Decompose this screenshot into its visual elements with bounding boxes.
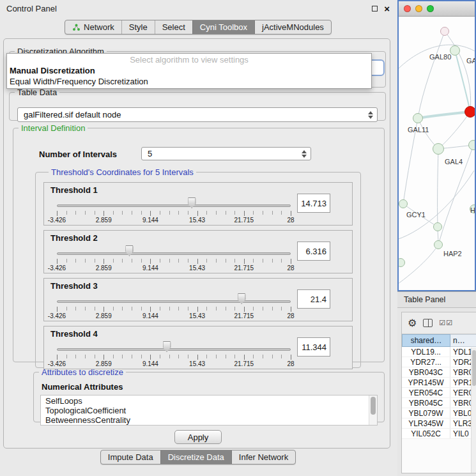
column-header-shared-name[interactable]: shared… (402, 334, 450, 347)
column-header-name[interactable]: n… (450, 334, 476, 347)
slider-tick-label: 9.144 (142, 360, 158, 367)
mac-minimize-icon[interactable] (415, 5, 422, 12)
slider-major-tick (150, 259, 151, 264)
table-row[interactable]: YLR345W YLR3 (402, 418, 476, 429)
bottom-tabstrip: Impute Data Discretize Data Infer Networ… (100, 450, 296, 464)
threshold-value-field[interactable]: 14.713 (297, 194, 330, 213)
cell-shared-name[interactable]: YER054C (402, 388, 450, 397)
network-node[interactable] (433, 222, 442, 231)
combo-stepper-icon (368, 111, 373, 119)
mac-zoom-icon[interactable] (427, 5, 434, 12)
attributes-list[interactable]: SelfLoopsTopologicalCoefficientBetweenne… (40, 395, 378, 426)
table-row[interactable]: YPR145W YPR1 (402, 378, 476, 388)
threshold-slider[interactable]: -3.4262.8599.14415.4321.71528 (57, 196, 291, 225)
slider-major-tick (291, 211, 291, 216)
list-item[interactable]: SelfLoops (41, 396, 368, 406)
slider-major-tick (244, 211, 245, 216)
dropdown-option[interactable]: Equal Width/Frequency Discretization (7, 76, 371, 87)
slider-tick-label: 28 (287, 217, 294, 224)
cell-shared-name[interactable]: YDR27... (402, 357, 450, 367)
network-canvas[interactable]: GAL80GAGAL11GAL4GCY1HHAP2 (399, 17, 475, 290)
table-row[interactable]: YBL079W YBL0 (402, 408, 476, 418)
slider-tick-label: 15.43 (189, 265, 205, 272)
slider-track[interactable] (57, 300, 291, 303)
table-scrollbar[interactable] (471, 348, 476, 473)
table-row[interactable]: YBR043C YBR0 (402, 367, 476, 378)
slider-track[interactable] (57, 348, 291, 351)
apply-button[interactable]: Apply (174, 430, 222, 444)
tab-cyni-toolbox[interactable]: Cyni Toolbox (192, 20, 254, 34)
dropdown-option[interactable]: Manual Discretization (7, 65, 371, 76)
threshold-slider[interactable]: -3.4262.8599.14415.4321.71528 (57, 243, 291, 273)
tab-infer-network[interactable]: Infer Network (231, 450, 295, 464)
cell-shared-name[interactable]: YIL052C (402, 429, 450, 438)
slider-track[interactable] (57, 252, 291, 255)
slider-major-tick (197, 211, 198, 216)
scrollbar-thumb[interactable] (472, 350, 476, 386)
slider-tick-label: 2.859 (96, 217, 112, 224)
slider-major-tick (57, 211, 58, 216)
tab-style[interactable]: Style (121, 20, 155, 34)
columns-icon[interactable] (423, 319, 433, 327)
num-intervals-value: 5 (148, 149, 152, 158)
slider-tick-label: 2.859 (96, 265, 112, 272)
threshold-value-field[interactable]: 11.344 (297, 337, 330, 357)
gear-icon[interactable]: ⚙ (408, 318, 417, 328)
network-node[interactable] (399, 199, 408, 208)
network-node[interactable] (433, 143, 444, 155)
table-row[interactable]: YDL19... YDL1 (402, 347, 476, 357)
threshold-value-field[interactable]: 6.316 (297, 242, 330, 261)
threshold-value-field[interactable]: 21.4 (297, 289, 330, 309)
network-node[interactable] (450, 45, 460, 56)
list-item[interactable]: TopologicalCoefficient (41, 406, 368, 415)
network-node[interactable] (468, 140, 475, 150)
cell-shared-name[interactable]: YBL079W (402, 408, 450, 418)
tab-discretize-data[interactable]: Discretize Data (160, 450, 231, 464)
node-label: GA (466, 57, 475, 65)
attributes-scrollbar[interactable] (369, 395, 377, 425)
slider-tick-labels: -3.4262.8599.14415.4321.71528 (57, 265, 291, 272)
slider-major-tick (291, 355, 291, 360)
cell-shared-name[interactable]: YLR345W (402, 418, 450, 428)
table-row[interactable]: YIL052C YIL0 (402, 429, 476, 439)
cell-shared-name[interactable]: YBR045C (402, 398, 450, 408)
threshold-label: Threshold 3 (50, 281, 98, 291)
threshold-slider[interactable]: -3.4262.8599.14415.4321.71528 (57, 339, 291, 369)
table-row[interactable]: YER054C YER0 (402, 388, 476, 398)
table-row[interactable]: YDR27... YDR2 (402, 357, 476, 367)
interval-definition-group: Interval Definition Number of Intervals … (13, 123, 385, 362)
tab-impute-data-label: Impute Data (108, 452, 153, 462)
mac-close-icon[interactable] (404, 5, 411, 12)
tab-network[interactable]: Network (65, 20, 121, 34)
float-window-icon[interactable] (372, 6, 378, 12)
table-row[interactable]: YBR045C YBR0 (402, 398, 476, 408)
slider-major-tick (104, 259, 104, 264)
tab-select[interactable]: Select (155, 20, 192, 34)
interval-definition-legend: Interval Definition (19, 123, 88, 133)
cell-shared-name[interactable]: YPR145W (402, 378, 450, 387)
network-node[interactable] (413, 113, 423, 123)
slider-tick-label: -3.426 (48, 360, 66, 367)
slider-track[interactable] (57, 204, 291, 207)
threshold-slider[interactable]: -3.4262.8599.14415.4321.71528 (57, 291, 291, 321)
tab-style-label: Style (129, 22, 148, 32)
window-title: Control Panel (6, 4, 57, 13)
network-view-window: GAL80GAGAL11GAL4GCY1HHAP2 (397, 0, 476, 291)
dropdown-placeholder-option[interactable]: Select algorithm to view settings (7, 55, 371, 65)
cell-shared-name[interactable]: YBR043C (402, 367, 450, 377)
tab-jactivemodules[interactable]: jActiveMNodules (254, 20, 331, 34)
select-columns-checkbox-icons[interactable]: ☑☑ (439, 319, 453, 327)
network-node[interactable] (434, 240, 443, 249)
tab-impute-data[interactable]: Impute Data (101, 450, 160, 464)
network-node[interactable] (440, 27, 449, 36)
cell-shared-name[interactable]: YDL19... (402, 347, 450, 357)
table-data-combobox[interactable]: galFiltered.sif default node (17, 107, 378, 122)
table-toolbar: ⚙ ☑☑ (402, 312, 476, 334)
slider-major-tick (291, 307, 291, 312)
network-node[interactable] (464, 106, 475, 118)
tab-network-label: Network (84, 22, 114, 32)
num-intervals-combobox[interactable]: 5 (141, 147, 311, 160)
list-item[interactable]: BetweennessCentrality (41, 415, 368, 425)
scrollbar-thumb[interactable] (371, 397, 376, 415)
close-icon[interactable]: × (384, 4, 390, 13)
